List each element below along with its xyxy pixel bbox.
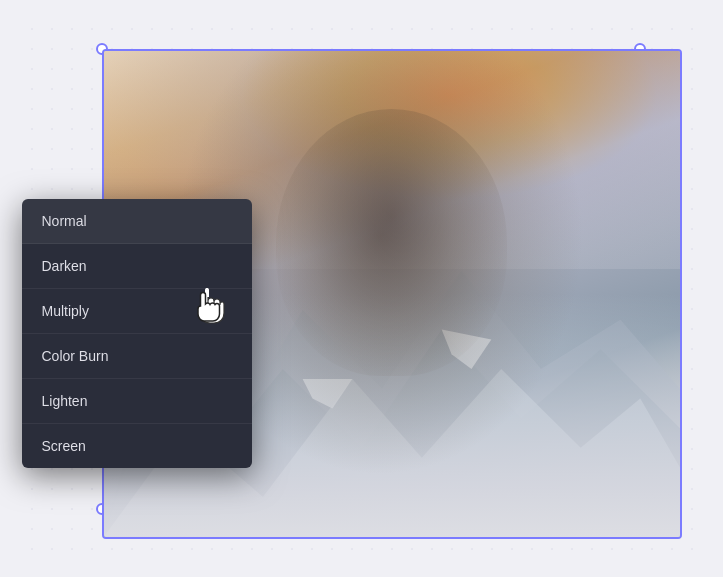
blend-mode-darken[interactable]: Darken — [22, 244, 252, 289]
blend-mode-dropdown[interactable]: Normal Darken Multiply Color Burn Lighte… — [22, 199, 252, 468]
blend-mode-normal[interactable]: Normal — [22, 199, 252, 244]
face-detail — [276, 109, 506, 376]
blend-mode-color-burn[interactable]: Color Burn — [22, 334, 252, 379]
editor-scene: Normal Darken Multiply Color Burn Lighte… — [22, 19, 702, 559]
blend-mode-lighten[interactable]: Lighten — [22, 379, 252, 424]
blend-mode-multiply[interactable]: Multiply — [22, 289, 252, 334]
blend-mode-screen[interactable]: Screen — [22, 424, 252, 468]
